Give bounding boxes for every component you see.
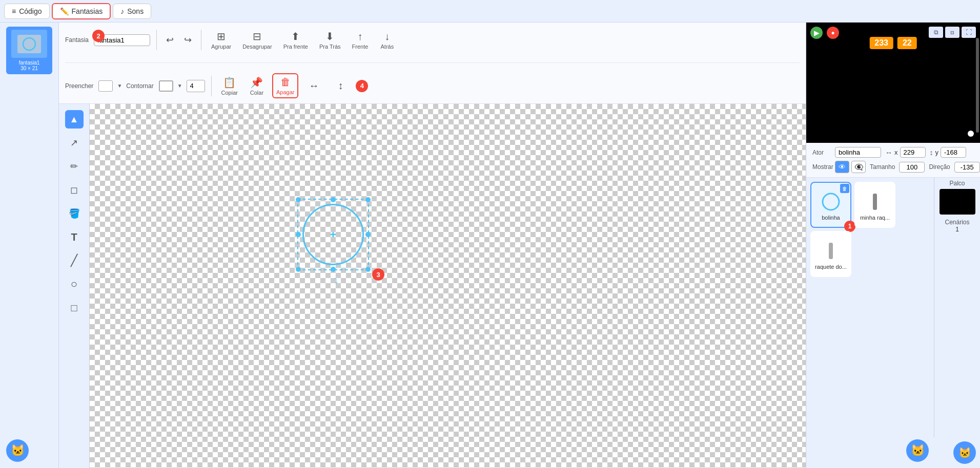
stage-window-btns: ⧉ ⧈ ⛶ — [929, 27, 976, 38]
actor-name-row: Ator ↔ x ↕ y — [812, 147, 974, 158]
right-panel: ▶ ● ⧉ ⧈ ⛶ 233 22 Ator — [806, 23, 980, 468]
handle-tm[interactable] — [331, 197, 336, 202]
flip-v-btn[interactable]: ↕ — [329, 77, 352, 94]
to-front-btn[interactable]: ⬆ Pra frente — [280, 28, 312, 52]
tool-text[interactable]: T — [65, 228, 84, 246]
front-btn[interactable]: ↑ Frente — [349, 28, 372, 52]
sprite-img-minha-raq — [862, 189, 888, 215]
svg-rect-3 — [873, 194, 877, 210]
handle-br[interactable] — [365, 267, 371, 272]
copy-label: Copiar — [221, 90, 238, 96]
delete-btn[interactable]: 🗑 Apagar — [272, 73, 298, 98]
actor-show-row: Mostrar 👁 👁‍🗨 Tamanho Direção — [812, 161, 974, 173]
tool-fill[interactable]: 🪣 — [65, 204, 84, 223]
costume-thumb-item[interactable]: fantasia1 30 × 21 — [6, 27, 52, 74]
tool-eraser[interactable]: ◻ — [65, 181, 84, 199]
ungroup-label: Desagrupar — [242, 44, 272, 50]
copy-btn[interactable]: 📋 Copiar — [218, 74, 241, 98]
undo-btn[interactable]: ↩ — [163, 32, 177, 48]
tab-fantasias-label: Fantasias — [72, 7, 103, 15]
right-bottom-bar: 🐱 — [806, 437, 980, 468]
canvas-area[interactable]: ✚ ⤵ 3 🖼 Converter para Bitmap — [90, 104, 806, 468]
tool-select[interactable]: ▲ — [65, 110, 84, 129]
redo-btn[interactable]: ↪ — [181, 32, 195, 48]
dir-label: Direção — [929, 163, 950, 171]
ungroup-icon: ⊟ — [253, 30, 261, 42]
dir-input[interactable] — [954, 162, 980, 173]
bottom-right-cat-btn[interactable]: 🐱 — [906, 439, 929, 462]
tool-circle[interactable]: ○ — [65, 275, 84, 293]
y-input[interactable] — [941, 147, 966, 158]
stage-small-btn[interactable]: ⧉ — [929, 27, 943, 38]
y-icon: ↕ — [930, 148, 933, 157]
fill-dropdown[interactable]: ▼ — [117, 83, 122, 89]
divider3 — [211, 76, 212, 96]
cenarios-count: 1 — [955, 226, 959, 233]
x-icon: ↔ — [885, 148, 892, 157]
fill-label: Preencher — [65, 82, 93, 90]
sprite-item-raquete-do[interactable]: raquete do... — [810, 231, 851, 277]
x-input[interactable] — [900, 147, 926, 158]
flip-v-icon: ↕ — [338, 80, 343, 92]
tab-fantasias[interactable]: ✏️ Fantasias — [52, 3, 111, 19]
sprite-preview-raquete-do — [821, 241, 841, 261]
green-flag-btn[interactable]: ▶ — [810, 27, 823, 39]
outline-dropdown[interactable]: ▼ — [177, 83, 182, 89]
tab-codigo[interactable]: ≡ Código — [4, 4, 50, 19]
costume-preview-svg — [16, 34, 42, 54]
cenarios-label: Cenários — [945, 219, 969, 226]
flip-h-btn[interactable]: ↔ — [302, 77, 325, 94]
fill-color-box[interactable] — [98, 80, 113, 92]
shape-circle: ✚ — [302, 204, 364, 265]
tool-reshape[interactable]: ↗ — [65, 134, 84, 152]
handle-ml[interactable] — [296, 232, 301, 237]
show-label: Mostrar — [812, 163, 831, 171]
shape-circle-container[interactable]: ✚ ⤵ 3 — [302, 204, 369, 270]
rotate-handle[interactable]: ⤵ — [334, 276, 338, 285]
delete-label: Apagar — [276, 89, 294, 95]
paste-btn[interactable]: 📌 Colar — [246, 74, 268, 98]
show-eye-btn[interactable]: 👁 — [835, 161, 849, 173]
y-label: y — [935, 148, 939, 156]
bottom-cat-btn[interactable]: 🐱 — [6, 439, 29, 462]
stop-btn[interactable]: ● — [827, 27, 839, 39]
sprite-delete-bolinha[interactable]: 🗑 — [840, 184, 849, 193]
ungroup-btn[interactable]: ⊟ Desagrupar — [239, 28, 275, 52]
fantasias-icon: ✏️ — [60, 7, 69, 15]
stage-scrollbar[interactable] — [976, 38, 979, 133]
hide-eye-btn[interactable]: 👁‍🗨 — [851, 161, 866, 173]
size-input[interactable] — [899, 162, 925, 173]
handle-mr[interactable] — [365, 232, 371, 237]
sprite-item-bolinha[interactable]: 🗑 bolinha 1 — [810, 182, 851, 228]
tool-rect[interactable]: □ — [65, 299, 84, 317]
handle-tl[interactable] — [296, 197, 301, 202]
group-label: Agrupar — [211, 44, 231, 50]
group-btn[interactable]: ⊞ Agrupar — [208, 28, 235, 52]
stage-full-btn[interactable]: ⛶ — [962, 27, 976, 38]
score-badge-1: 233 — [869, 37, 893, 49]
sprite-label-raquete-do: raquete do... — [815, 264, 847, 270]
outline-width-input[interactable] — [187, 80, 205, 92]
sprite-item-minha-raq[interactable]: minha raq... — [854, 182, 895, 228]
size-row: Tamanho Direção — [870, 162, 980, 173]
divider1 — [156, 30, 157, 50]
add-sprite-btn[interactable]: 🐱 — [953, 441, 976, 464]
to-back-icon: ⬇ — [325, 30, 334, 42]
actor-name-input[interactable] — [835, 147, 881, 158]
handle-bm[interactable] — [331, 267, 336, 272]
handle-tr[interactable] — [365, 197, 371, 202]
codigo-icon: ≡ — [12, 7, 16, 15]
to-back-btn[interactable]: ⬇ Pra Trás — [316, 28, 344, 52]
handle-bl[interactable] — [296, 267, 301, 272]
stage-medium-btn[interactable]: ⧈ — [945, 27, 959, 38]
costume-thumb-name: fantasia1 30 × 21 — [19, 60, 40, 71]
back-btn[interactable]: ↓ Atrás — [376, 28, 398, 52]
sprite-list: 🗑 bolinha 1 — [806, 178, 934, 437]
actor-x-coord: ↔ x — [885, 147, 926, 158]
tool-pencil[interactable]: ✏ — [65, 157, 84, 176]
tool-line[interactable]: ╱ — [65, 251, 84, 270]
back-icon: ↓ — [384, 31, 390, 42]
outline-color-box[interactable] — [159, 80, 173, 92]
palco-stage-thumb[interactable] — [940, 189, 975, 215]
tab-sons[interactable]: ♪ Sons — [113, 4, 151, 19]
